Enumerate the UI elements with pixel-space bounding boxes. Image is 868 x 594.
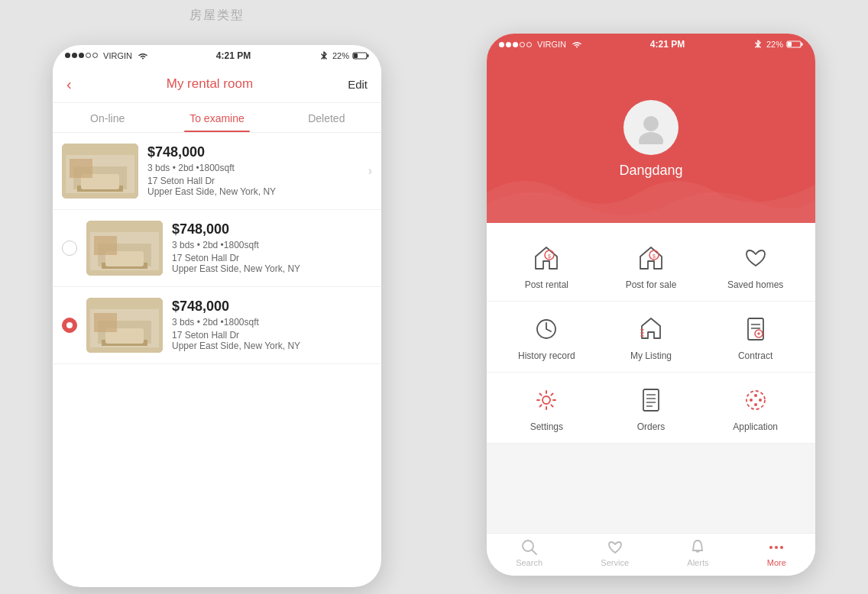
dot3 xyxy=(79,53,84,58)
svg-point-24 xyxy=(643,116,659,131)
bluetooth-icon-left xyxy=(319,51,329,60)
thumb-bg-2 xyxy=(86,221,163,276)
left-phone-wrapper: 房屋类型 VIRGIN 4:2 xyxy=(53,8,381,587)
bg-label: 房屋类型 xyxy=(189,8,245,24)
dot5 xyxy=(92,53,98,58)
heart-icon xyxy=(742,244,769,272)
grid-orders[interactable]: Orders xyxy=(620,383,682,432)
listing-arrow-1: › xyxy=(368,164,372,178)
nav-alerts-label: Alerts xyxy=(687,558,708,567)
dot2 xyxy=(72,53,77,58)
grid-application[interactable]: Application xyxy=(725,383,786,432)
battery-pct-left: 22% xyxy=(332,51,349,60)
nav-service[interactable]: Service xyxy=(594,536,635,570)
listing-item-2[interactable]: $748,000 3 bds • 2bd •1800sqft 17 Seton … xyxy=(53,210,381,287)
page-background: 房屋类型 VIRGIN 4:2 xyxy=(0,0,868,594)
tab-deleted[interactable]: Deleted xyxy=(272,103,381,132)
listing-item-1[interactable]: $748,000 3 bds • 2bd •1800sqft 17 Seton … xyxy=(53,133,381,210)
orders-icon xyxy=(634,383,668,417)
rdot3 xyxy=(513,42,518,47)
list-doc-icon xyxy=(637,386,665,414)
right-status-bar: VIRGIN 4:21 PM 22% xyxy=(487,34,815,55)
grid-my-listing[interactable]: My Listing xyxy=(620,312,682,361)
svg-point-45 xyxy=(754,403,757,406)
avatar xyxy=(623,100,679,155)
tabs-row: On-line To examine Deleted xyxy=(53,103,381,133)
more-nav-icon xyxy=(768,539,785,556)
svg-rect-23 xyxy=(788,42,792,47)
right-icons-right: 22% xyxy=(753,40,803,49)
bottom-nav: Search Service Alerts xyxy=(487,533,815,576)
rdot1 xyxy=(499,42,504,47)
listing-addr-3: 17 Seton Hall Dr xyxy=(172,330,372,341)
house-dollar2-icon: $ xyxy=(637,244,665,272)
settings-label: Settings xyxy=(530,421,563,432)
svg-text:$: $ xyxy=(548,253,551,259)
svg-point-46 xyxy=(750,399,753,402)
listing-thumb-3 xyxy=(86,298,163,353)
grid-history[interactable]: History record xyxy=(516,312,577,361)
battery-icon-right xyxy=(786,40,803,49)
nav-alerts[interactable]: Alerts xyxy=(681,536,714,570)
circle-dots-icon xyxy=(742,386,769,414)
document-icon xyxy=(742,315,769,343)
saved-homes-label: Saved homes xyxy=(727,279,783,290)
back-button[interactable]: ‹ xyxy=(66,76,72,93)
tab-online[interactable]: On-line xyxy=(53,103,162,132)
svg-rect-1 xyxy=(367,54,368,57)
listing-addr-2: 17 Seton Hall Dr xyxy=(172,253,372,263)
svg-rect-38 xyxy=(643,389,659,411)
grid-row-3: Settings Orders xyxy=(487,373,815,444)
contract-icon xyxy=(739,312,772,346)
edit-button[interactable]: Edit xyxy=(348,78,368,91)
heart-nav-icon xyxy=(607,539,623,556)
signal-dots: VIRGIN xyxy=(65,51,148,60)
rdot4 xyxy=(520,42,525,47)
left-header: ‹ My rental room Edit xyxy=(53,66,381,103)
right-icons-left: 22% xyxy=(319,51,369,60)
nav-search-label: Search xyxy=(516,558,542,567)
svg-point-43 xyxy=(747,391,765,409)
listing-info-2: $748,000 3 bds • 2bd •1800sqft 17 Seton … xyxy=(172,221,372,274)
listing-radio-3[interactable] xyxy=(62,318,77,333)
nav-more[interactable]: More xyxy=(761,536,792,570)
history-icon xyxy=(530,312,563,346)
svg-point-44 xyxy=(754,394,757,397)
search-nav-icon xyxy=(521,539,538,556)
listing-price-3: $748,000 xyxy=(172,299,372,315)
gear-icon xyxy=(533,386,560,414)
listing-specs-1: 3 bds • 2bd •1800sqft xyxy=(147,163,359,173)
listing-city-1: Upper East Side, New York, NY xyxy=(147,186,359,197)
listing-radio-2[interactable] xyxy=(62,241,77,256)
listing-info-1: $748,000 3 bds • 2bd •1800sqft 17 Seton … xyxy=(147,144,359,197)
wifi-icon-right xyxy=(572,40,582,48)
svg-point-47 xyxy=(759,399,762,402)
battery-icon-left xyxy=(352,51,369,60)
listing-specs-3: 3 bds • 2bd •1800sqft xyxy=(172,317,372,328)
svg-text:$: $ xyxy=(653,253,656,259)
bell-nav-icon xyxy=(689,539,706,556)
nav-search[interactable]: Search xyxy=(510,536,549,570)
clock-icon xyxy=(533,315,560,343)
grid-contract[interactable]: Contract xyxy=(725,312,786,361)
post-sale-label: Post for sale xyxy=(626,279,677,290)
grid-post-rental[interactable]: $ Post rental xyxy=(516,241,577,290)
listing-city-2: Upper East Side, New York, NY xyxy=(172,263,372,274)
listings-container: $748,000 3 bds • 2bd •1800sqft 17 Seton … xyxy=(53,133,381,364)
svg-rect-8 xyxy=(70,159,92,178)
tab-to-examine[interactable]: To examine xyxy=(162,103,271,132)
profile-header: Dangdang xyxy=(487,55,815,223)
grid-post-sale[interactable]: $ Post for sale xyxy=(620,241,682,290)
post-sale-icon: $ xyxy=(634,241,668,275)
battery-pct-right: 22% xyxy=(766,40,783,49)
listing-thumb-1 xyxy=(62,144,138,199)
application-label: Application xyxy=(733,421,778,432)
grid-settings[interactable]: Settings xyxy=(516,383,577,432)
svg-point-51 xyxy=(775,546,778,549)
left-phone: VIRGIN 4:21 PM 22% xyxy=(53,45,381,587)
grid-saved-homes[interactable]: Saved homes xyxy=(725,241,786,290)
carrier-right: VIRGIN xyxy=(537,40,566,49)
listing-city-3: Upper East Side, New York, NY xyxy=(172,341,372,351)
saved-homes-icon xyxy=(739,241,772,275)
listing-item-3[interactable]: $748,000 3 bds • 2bd •1800sqft 17 Seton … xyxy=(53,287,381,364)
